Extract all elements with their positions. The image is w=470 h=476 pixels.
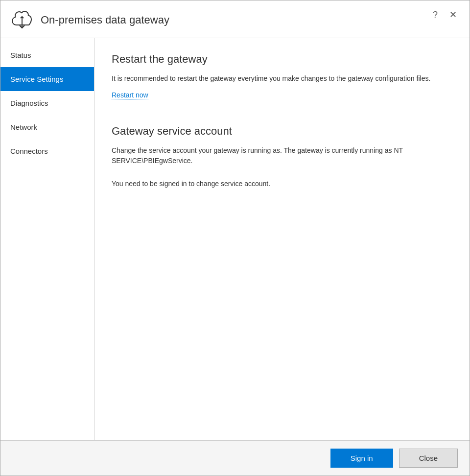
service-account-description2: You need to be signed in to change servi…: [112, 179, 452, 189]
help-button[interactable]: ?: [430, 9, 441, 20]
title-bar-left: On-premises data gateway: [10, 8, 430, 32]
service-account-description1: Change the service account your gateway …: [112, 145, 452, 166]
restart-now-link[interactable]: Restart now: [112, 91, 148, 99]
sidebar-item-service-settings[interactable]: Service Settings: [0, 67, 94, 91]
restart-section: Restart the gateway It is recommended to…: [112, 53, 452, 115]
service-account-section: Gateway service account Change the servi…: [112, 125, 452, 189]
close-button[interactable]: Close: [399, 449, 458, 468]
sidebar-item-status[interactable]: Status: [0, 43, 94, 67]
sidebar-item-connectors[interactable]: Connectors: [0, 139, 94, 163]
sidebar-item-network[interactable]: Network: [0, 115, 94, 139]
service-account-title: Gateway service account: [112, 125, 452, 138]
restart-section-title: Restart the gateway: [112, 53, 452, 66]
title-bar: On-premises data gateway ? ✕: [0, 0, 470, 38]
footer: Sign in Close: [0, 440, 470, 476]
sidebar-item-diagnostics[interactable]: Diagnostics: [0, 91, 94, 115]
app-icon: [10, 8, 34, 32]
app-title: On-premises data gateway: [41, 14, 169, 26]
main-content: Restart the gateway It is recommended to…: [94, 38, 470, 440]
restart-section-description: It is recommended to restart the gateway…: [112, 73, 452, 84]
title-bar-actions: ? ✕: [430, 9, 460, 20]
sidebar: Status Service Settings Diagnostics Netw…: [0, 38, 94, 440]
content-area: Status Service Settings Diagnostics Netw…: [0, 38, 470, 440]
app-window: On-premises data gateway ? ✕ Status Serv…: [0, 0, 470, 476]
close-window-button[interactable]: ✕: [446, 9, 460, 20]
sign-in-button[interactable]: Sign in: [330, 449, 393, 468]
